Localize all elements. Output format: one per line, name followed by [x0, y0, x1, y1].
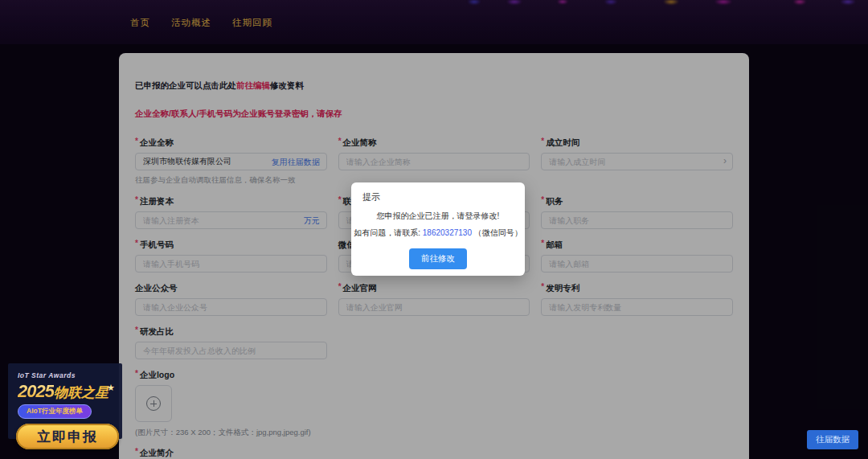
promo-year: 2025: [18, 381, 54, 401]
star-icon: ★: [107, 383, 115, 392]
go-modify-button[interactable]: 前往修改: [409, 248, 467, 269]
promo-badge: IoT Star Awards 2025物联之星★ AIoT行业年度榜单 立即申…: [8, 363, 122, 449]
promo-awards-label: IoT Star Awards: [18, 371, 122, 379]
promo-subtitle-pill: AIoT行业年度榜单: [18, 404, 92, 419]
apply-now-button[interactable]: 立即申报: [16, 424, 119, 449]
dialog-message: 您申报的企业已注册，请登录修改!: [351, 211, 525, 222]
contact-phone[interactable]: 18620327130: [423, 228, 472, 237]
dialog-contact-line: 如有问题，请联系: 18620327130 （微信同号）: [351, 227, 525, 239]
dialog-title: 提示: [351, 182, 525, 203]
contact-prefix: 如有问题，请联系:: [354, 228, 423, 237]
promo-title: 物联之星: [54, 385, 108, 400]
contact-suffix: （微信同号）: [472, 228, 522, 237]
history-data-button[interactable]: 往届数据: [807, 430, 858, 449]
alert-dialog: 提示 您申报的企业已注册，请登录修改! 如有问题，请联系: 1862032713…: [351, 182, 525, 276]
